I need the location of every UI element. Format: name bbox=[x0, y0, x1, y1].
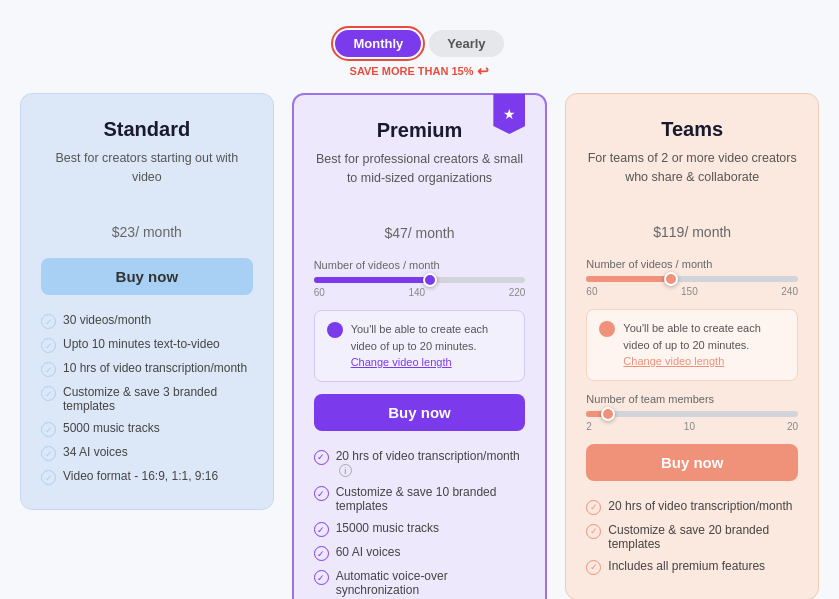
check-icon: ✓ bbox=[314, 522, 329, 537]
check-icon: ✓ bbox=[41, 446, 56, 461]
premium-slider-labels: 60 140 220 bbox=[314, 287, 526, 298]
list-item: ✓30 videos/month bbox=[41, 309, 253, 333]
list-item: ✓15000 music tracks bbox=[314, 517, 526, 541]
teams-price: $119/ month bbox=[586, 213, 798, 244]
check-icon: ✓ bbox=[586, 524, 601, 539]
premium-features: ✓20 hrs of video transcription/month i ✓… bbox=[314, 445, 526, 600]
teams-members-label: Number of team members bbox=[586, 393, 798, 405]
check-icon: ✓ bbox=[314, 450, 329, 465]
premium-change-length-link[interactable]: Change video length bbox=[351, 356, 452, 368]
info-tooltip-icon[interactable]: i bbox=[339, 464, 352, 477]
list-item: ✓5000 music tracks bbox=[41, 417, 253, 441]
star-badge: ★ bbox=[493, 94, 525, 134]
standard-buy-button[interactable]: Buy now bbox=[41, 258, 253, 295]
teams-members-thumb[interactable] bbox=[601, 407, 615, 421]
teams-slider-label: Number of videos / month bbox=[586, 258, 798, 270]
check-icon: ✓ bbox=[586, 560, 601, 575]
check-icon: ✓ bbox=[41, 314, 56, 329]
check-icon: ✓ bbox=[41, 422, 56, 437]
standard-price: $23/ month bbox=[41, 213, 253, 244]
check-icon: ✓ bbox=[314, 486, 329, 501]
check-icon: ✓ bbox=[41, 338, 56, 353]
premium-slider-track[interactable] bbox=[314, 277, 526, 283]
premium-slider-thumb[interactable] bbox=[423, 273, 437, 287]
monthly-toggle-button[interactable]: Monthly bbox=[335, 30, 421, 57]
list-item: ✓34 AI voices bbox=[41, 441, 253, 465]
teams-members-slider-section: Number of team members 2 10 20 bbox=[586, 393, 798, 432]
list-item: ✓20 hrs of video transcription/month i bbox=[314, 445, 526, 482]
teams-features: ✓20 hrs of video transcription/month ✓Cu… bbox=[586, 495, 798, 579]
save-text: SAVE MORE THAN 15% ↩ bbox=[350, 63, 490, 79]
standard-plan-card: Standard Best for creators starting out … bbox=[20, 93, 274, 510]
list-item: ✓20 hrs of video transcription/month bbox=[586, 495, 798, 519]
teams-title: Teams bbox=[586, 118, 798, 141]
teams-info-box: You'll be able to create each video of u… bbox=[586, 309, 798, 381]
list-item: ✓Customize & save 10 branded templates bbox=[314, 481, 526, 517]
standard-title: Standard bbox=[41, 118, 253, 141]
list-item: ✓Customize & save 3 branded templates bbox=[41, 381, 253, 417]
teams-members-track[interactable] bbox=[586, 411, 798, 417]
premium-slider-label: Number of videos / month bbox=[314, 259, 526, 271]
premium-buy-button[interactable]: Buy now bbox=[314, 394, 526, 431]
standard-features: ✓30 videos/month ✓Upto 10 minutes text-t… bbox=[41, 309, 253, 489]
list-item: ✓Video format - 16:9, 1:1, 9:16 bbox=[41, 465, 253, 489]
teams-buy-button[interactable]: Buy now bbox=[586, 444, 798, 481]
check-icon: ✓ bbox=[586, 500, 601, 515]
teams-members-labels: 2 10 20 bbox=[586, 421, 798, 432]
teams-plan-card: Teams For teams of 2 or more video creat… bbox=[565, 93, 819, 599]
check-icon: ✓ bbox=[314, 570, 329, 585]
premium-plan-card: ★ Premium Best for professional creators… bbox=[292, 93, 548, 599]
teams-change-length-link[interactable]: Change video length bbox=[623, 355, 724, 367]
list-item: ✓Automatic voice-over synchronization bbox=[314, 565, 526, 599]
check-icon: ✓ bbox=[41, 362, 56, 377]
premium-slider-fill bbox=[314, 277, 430, 283]
list-item: ✓Upto 10 minutes text-to-video bbox=[41, 333, 253, 357]
premium-slider-section: Number of videos / month 60 140 220 bbox=[314, 259, 526, 298]
teams-desc: For teams of 2 or more video creators wh… bbox=[586, 149, 798, 197]
teams-slider-fill bbox=[586, 276, 671, 282]
premium-desc: Best for professional creators & small t… bbox=[314, 150, 526, 198]
premium-info-icon bbox=[327, 322, 343, 338]
teams-slider-thumb[interactable] bbox=[664, 272, 678, 286]
plans-grid: Standard Best for creators starting out … bbox=[20, 93, 819, 599]
premium-info-box: You'll be able to create each video of u… bbox=[314, 310, 526, 382]
yearly-toggle-button[interactable]: Yearly bbox=[429, 30, 503, 57]
teams-slider-section: Number of videos / month 60 150 240 bbox=[586, 258, 798, 297]
check-icon: ✓ bbox=[314, 546, 329, 561]
standard-desc: Best for creators starting out with vide… bbox=[41, 149, 253, 197]
check-icon: ✓ bbox=[41, 470, 56, 485]
list-item: ✓60 AI voices bbox=[314, 541, 526, 565]
teams-slider-labels: 60 150 240 bbox=[586, 286, 798, 297]
list-item: ✓10 hrs of video transcription/month bbox=[41, 357, 253, 381]
list-item: ✓Customize & save 20 branded templates bbox=[586, 519, 798, 555]
premium-price: $47/ month bbox=[314, 214, 526, 245]
teams-slider-track[interactable] bbox=[586, 276, 798, 282]
check-icon: ✓ bbox=[41, 386, 56, 401]
list-item: ✓Includes all premium features bbox=[586, 555, 798, 579]
billing-toggle: Monthly Yearly bbox=[335, 30, 503, 57]
teams-info-icon bbox=[599, 321, 615, 337]
